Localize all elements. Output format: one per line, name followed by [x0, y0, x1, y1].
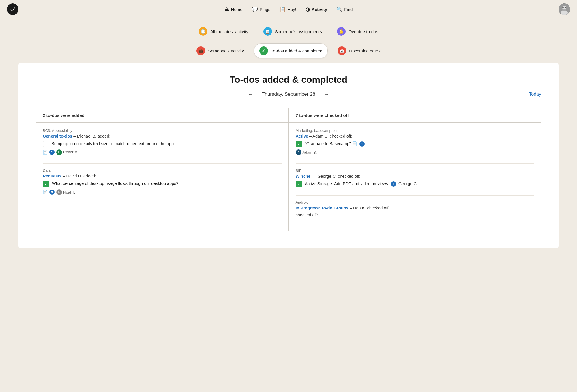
- entry-group: SIP Winchell – George C. checked off: ✓ …: [296, 168, 535, 187]
- divider: [296, 163, 535, 164]
- activity-menu: 🕐 All the latest activity 📋 Someone's as…: [0, 18, 577, 63]
- entry-meta: 📄 3 N Noah L.: [43, 189, 282, 195]
- notes-icon: 📄: [352, 141, 357, 146]
- todo-item: ✓ "Graduate to Basecamp" 📄 1: [296, 141, 535, 147]
- comments-count: 1: [391, 181, 397, 186]
- entry-checkedoff-label: checked off:: [296, 213, 535, 217]
- avatar: [559, 3, 570, 15]
- entry-list-link[interactable]: Requests: [43, 174, 61, 178]
- col-checked: Marketing: basecamp.com Active – Adam S.…: [288, 123, 541, 231]
- todo-checked-icon: ✓: [296, 141, 302, 147]
- menu-someone-assignments[interactable]: 📋 Someone's assignments: [258, 24, 327, 39]
- assignee: N Noah L.: [56, 189, 76, 195]
- entry-project: BC3: Accessibility: [43, 128, 282, 133]
- entry-title-line: General to-dos – Michael B. added:: [43, 134, 282, 138]
- notes-icon: 📄: [43, 150, 48, 155]
- comments-badge: 1: [359, 141, 365, 147]
- notes-icon: 📄: [43, 190, 48, 194]
- entry-project: Android: [296, 200, 535, 205]
- todo-item: ✓ What percentage of desktop usage flows…: [43, 181, 282, 187]
- todo-checkbox[interactable]: [43, 141, 48, 147]
- entry-list-link[interactable]: In Progress: To-do Groups: [296, 206, 349, 210]
- entry-title-line: Requests – David H. added:: [43, 174, 282, 178]
- todos-completed-label: To-dos added & completed: [271, 48, 322, 53]
- entry-checked-by: – George C. checked off:: [314, 174, 360, 179]
- nav-pings-label: Pings: [260, 7, 271, 12]
- entry-list-link[interactable]: Winchell: [296, 174, 313, 179]
- nav-find-label: Find: [344, 7, 353, 12]
- latest-activity-label: All the latest activity: [210, 29, 248, 34]
- person-info: George C.: [398, 181, 418, 186]
- date-nav: ← Thursday, September 28 → Today: [36, 90, 541, 99]
- entry-group: Android In Progress: To-do Groups – Dan …: [296, 200, 535, 217]
- person-name: Noah L.: [63, 190, 76, 194]
- entry-checked-by: – Dan K. checked off:: [350, 206, 389, 210]
- svg-rect-3: [562, 7, 564, 8]
- someone-activity-label: Someone's activity: [208, 48, 244, 53]
- entry-meta: 📄 1 C Conor M.: [43, 149, 282, 155]
- todo-table: 2 to-dos were added 7 to-dos were checke…: [36, 108, 541, 231]
- menu-latest-activity[interactable]: 🕐 All the latest activity: [194, 24, 254, 39]
- prev-date-button[interactable]: ←: [246, 90, 256, 99]
- todos-completed-icon: ✓: [259, 46, 268, 55]
- pings-icon: 💬: [252, 6, 258, 12]
- today-link[interactable]: Today: [529, 92, 541, 97]
- menu-someone-activity[interactable]: 💼 Someone's activity: [191, 43, 249, 58]
- logo-button[interactable]: [7, 3, 18, 15]
- assignments-icon: 📋: [263, 27, 272, 36]
- todo-text: Active Storage: Add PDF and video previe…: [305, 181, 418, 187]
- nav-pings[interactable]: 💬 Pings: [252, 6, 271, 12]
- svg-rect-5: [564, 8, 565, 8]
- upcoming-label: Upcoming dates: [349, 48, 380, 53]
- next-date-button[interactable]: →: [321, 90, 331, 99]
- entry-list-link[interactable]: Active: [296, 134, 308, 138]
- person-avatar: C: [56, 149, 62, 155]
- latest-activity-icon: 🕐: [199, 27, 207, 36]
- entry-project: SIP: [296, 168, 535, 173]
- nav-activity-label: Activity: [312, 7, 327, 12]
- find-icon: 🔍: [336, 6, 342, 12]
- home-icon: ⛰: [224, 6, 229, 12]
- nav-activity[interactable]: ◑ Activity: [306, 6, 327, 12]
- overdue-icon: 🔔: [337, 27, 346, 36]
- assignments-label: Someone's assignments: [275, 29, 322, 34]
- assignee: A Adam S.: [296, 149, 317, 155]
- entry-title-line: Winchell – George C. checked off:: [296, 174, 535, 179]
- nav-hey[interactable]: 📋 Hey!: [280, 6, 296, 12]
- todo-text: "Graduate to Basecamp" 📄 1: [305, 141, 365, 147]
- nav-find[interactable]: 🔍 Find: [336, 6, 353, 12]
- menu-overdue[interactable]: 🔔 Overdue to-dos: [332, 24, 383, 39]
- main-container: To-dos added & completed ← Thursday, Sep…: [18, 63, 559, 248]
- svg-rect-7: [562, 9, 566, 11]
- entry-title-line: In Progress: To-do Groups – Dan K. check…: [296, 206, 535, 210]
- nav-hey-label: Hey!: [287, 7, 296, 12]
- todo-checked-icon: ✓: [296, 181, 302, 187]
- user-avatar-button[interactable]: [559, 3, 570, 15]
- person-avatar: A: [296, 149, 301, 155]
- entry-added-by: – Michael B. added:: [73, 134, 110, 138]
- todo-item: ✓ Active Storage: Add PDF and video prev…: [296, 181, 535, 187]
- col-added-header: 2 to-dos were added: [36, 108, 288, 123]
- nav-home[interactable]: ⛰ Home: [224, 6, 243, 12]
- entry-group: Data Requests – David H. added: ✓ What p…: [43, 168, 282, 195]
- todo-text: What percentage of desktop usage flows t…: [52, 181, 179, 187]
- todo-text: Bump up to-do details text size to match…: [51, 141, 174, 147]
- assignee: C Conor M.: [56, 149, 78, 155]
- col-added: BC3: Accessibility General to-dos – Mich…: [36, 123, 288, 231]
- col-checked-header: 7 to-dos were checked off: [288, 108, 541, 123]
- entry-added-by: – David H. added:: [63, 174, 96, 178]
- date-label: Thursday, September 28: [262, 91, 315, 97]
- entry-title-line: Active – Adam S. checked off:: [296, 134, 535, 138]
- activity-icon: ◑: [306, 6, 310, 12]
- hey-icon: 📋: [280, 6, 286, 12]
- someone-activity-icon: 💼: [196, 46, 205, 55]
- entry-list-link[interactable]: General to-dos: [43, 134, 72, 138]
- entry-checked-by: – Adam S. checked off:: [309, 134, 352, 138]
- entry-project: Data: [43, 168, 282, 172]
- person-name: Adam S.: [303, 150, 317, 155]
- top-nav: ⛰ Home 💬 Pings 📋 Hey! ◑ Activity 🔍 Find: [0, 0, 577, 18]
- todo-item: Bump up to-do details text size to match…: [43, 141, 282, 147]
- menu-upcoming[interactable]: 📅 Upcoming dates: [332, 43, 385, 58]
- menu-todos-completed[interactable]: ✓ To-dos added & completed: [254, 43, 328, 58]
- overdue-label: Overdue to-dos: [349, 29, 378, 34]
